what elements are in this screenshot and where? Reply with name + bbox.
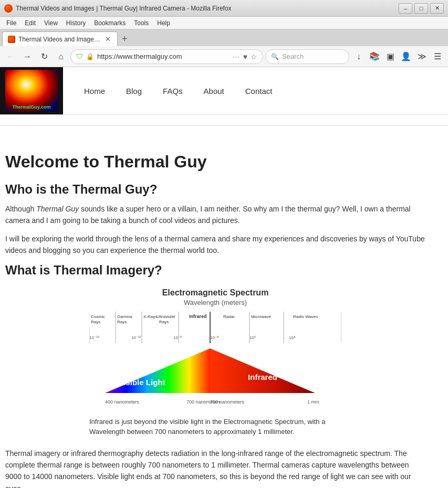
menu-bar: File Edit View History Bookmarks Tools H… <box>0 17 448 29</box>
spectrum-title: Electromagnetic Spectrum <box>89 288 341 298</box>
menu-edit[interactable]: Edit <box>20 18 40 28</box>
menu-button[interactable]: ☰ <box>430 49 445 64</box>
spectrum-diagram-container: Electromagnetic Spectrum Wavelength (met… <box>89 288 341 437</box>
menu-help[interactable]: Help <box>153 18 174 28</box>
address-bar[interactable]: 🛡 🔒 https://www.thermalguy.com ··· ♥ ☆ <box>70 49 263 64</box>
menu-file[interactable]: File <box>2 18 20 28</box>
svg-text:1 mm: 1 mm <box>307 399 319 405</box>
new-tab-button[interactable]: + <box>118 31 132 46</box>
menu-tools[interactable]: Tools <box>130 18 153 28</box>
svg-text:Radar: Radar <box>223 314 235 319</box>
window-controls: – □ ✕ <box>399 3 444 14</box>
svg-text:10⁻¹²: 10⁻¹² <box>131 335 141 340</box>
window-title-bar: Thermal Videos and Images | Thermal Guy|… <box>0 0 448 17</box>
logo-text: ThermalGuy.com <box>13 104 51 110</box>
shield-icon: 🛡 <box>76 52 83 60</box>
reload-button[interactable]: ↻ <box>37 49 51 64</box>
window-title: Thermal Videos and Images | Thermal Guy|… <box>16 5 399 12</box>
site-nav: Home Blog FAQs About Contact <box>63 67 448 114</box>
svg-text:Rays: Rays <box>159 320 169 324</box>
spectrum-caption: Infrared is just beyond the visible ligh… <box>89 417 341 437</box>
section1-title: Who is the Thermal Guy? <box>5 182 425 197</box>
browser-toolbar: ← → ↻ ⌂ 🛡 🔒 https://www.thermalguy.com ·… <box>0 46 448 67</box>
header-divider <box>0 125 448 126</box>
synced-tabs-button[interactable]: ▣ <box>383 49 398 64</box>
tab-favicon <box>8 36 15 43</box>
nav-contact[interactable]: Contact <box>235 82 283 100</box>
site-logo: ThermalGuy.com <box>0 67 63 114</box>
para1: Although Thermal Guy sounds like a super… <box>5 203 425 227</box>
svg-text:Infrared: Infrared <box>248 373 277 381</box>
svg-text:Cosmic: Cosmic <box>91 314 105 319</box>
svg-text:Gamma: Gamma <box>117 314 132 319</box>
svg-text:10⁰: 10⁰ <box>249 335 256 340</box>
tab-label: Thermal Videos and Images | T <box>18 36 101 43</box>
home-button[interactable]: ⌂ <box>54 49 68 64</box>
svg-text:700 nanometers: 700 nanometers <box>210 399 245 405</box>
back-button[interactable]: ← <box>3 49 18 64</box>
svg-text:Radio Waves: Radio Waves <box>293 314 318 319</box>
spectrum-svg: Cosmic Rays Gamma Rays X-Rays Ultraviole… <box>89 312 341 411</box>
app-icon <box>4 4 13 13</box>
svg-text:10⁻¹⁶: 10⁻¹⁶ <box>89 335 99 340</box>
svg-text:Rays: Rays <box>91 320 100 324</box>
svg-marker-27 <box>210 348 315 393</box>
tab-close-button[interactable]: ✕ <box>104 35 112 44</box>
search-input[interactable]: Search <box>282 52 304 60</box>
minimize-button[interactable]: – <box>399 3 412 14</box>
svg-text:Ultraviolet: Ultraviolet <box>157 314 175 319</box>
menu-bookmarks[interactable]: Bookmarks <box>90 18 130 28</box>
svg-text:10⁴: 10⁴ <box>289 335 295 340</box>
forward-button[interactable]: → <box>20 49 35 64</box>
downloads-button[interactable]: ↓ <box>351 49 366 64</box>
toolbar-right-icons: ↓ 📚 ▣ 👤 ≫ ☰ <box>351 49 445 64</box>
svg-text:X-Rays: X-Rays <box>143 314 157 319</box>
browser-tab[interactable]: Thermal Videos and Images | T ✕ <box>2 31 118 46</box>
nav-faqs[interactable]: FAQs <box>152 82 193 100</box>
svg-text:Infrared: Infrared <box>189 314 207 319</box>
tab-bar: Thermal Videos and Images | T ✕ + <box>0 29 448 46</box>
search-icon: 🔍 <box>271 53 279 60</box>
search-bar[interactable]: 🔍 Search <box>265 49 349 64</box>
spectrum-subtitle: Wavelength (meters) <box>89 299 341 306</box>
nav-about[interactable]: About <box>193 82 235 100</box>
section2-title: What is Thermal Imagery? <box>5 263 425 278</box>
close-button[interactable]: ✕ <box>430 3 444 14</box>
logo-thermal-image: ThermalGuy.com <box>5 70 58 112</box>
main-content: Welcome to Thermal Guy Who is the Therma… <box>0 136 431 488</box>
menu-history[interactable]: History <box>62 18 90 28</box>
nav-blog[interactable]: Blog <box>116 82 152 100</box>
more-options-icon: ··· <box>233 52 240 60</box>
svg-text:400 nanometers: 400 nanometers <box>105 399 140 405</box>
svg-text:Rays: Rays <box>117 320 127 324</box>
site-header: ThermalGuy.com Home Blog FAQs About Cont… <box>0 67 448 115</box>
account-button[interactable]: 👤 <box>399 49 413 64</box>
nav-home[interactable]: Home <box>74 82 116 100</box>
svg-text:10⁻⁸: 10⁻⁸ <box>173 335 182 340</box>
maximize-button[interactable]: □ <box>414 3 428 14</box>
bookmark-star-icon[interactable]: ☆ <box>251 52 257 61</box>
pocket-icon: ♥ <box>243 52 247 61</box>
browser-content: ThermalGuy.com Home Blog FAQs About Cont… <box>0 67 448 488</box>
svg-text:Microwave: Microwave <box>251 314 272 319</box>
svg-text:Visible Light: Visible Light <box>119 378 165 387</box>
para2: I will be exploring the world through th… <box>5 233 425 257</box>
url-display: https://www.thermalguy.com <box>97 52 230 60</box>
menu-view[interactable]: View <box>40 18 62 28</box>
overflow-button[interactable]: ≫ <box>414 49 429 64</box>
library-button[interactable]: 📚 <box>367 49 382 64</box>
lock-icon: 🔒 <box>86 53 94 60</box>
svg-text:10⁻⁴: 10⁻⁴ <box>210 335 218 340</box>
para1-italic: Thermal Guy <box>36 205 79 213</box>
para3: Thermal imagery or infrared thermography… <box>5 448 425 488</box>
page-title: Welcome to Thermal Guy <box>5 152 425 172</box>
